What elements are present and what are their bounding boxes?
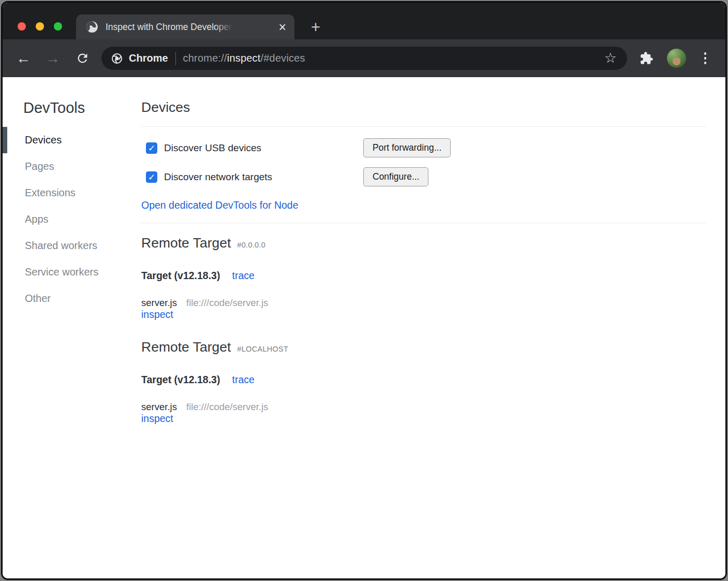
url-suffix: /#devices — [261, 52, 305, 64]
forward-button[interactable]: → — [42, 48, 63, 69]
bookmark-star-icon[interactable]: ☆ — [604, 51, 617, 65]
window-close-button[interactable] — [18, 22, 26, 31]
tab-title: Inspect with Chrome Developer — [106, 22, 232, 32]
traffic-lights — [18, 22, 62, 31]
trace-link[interactable]: trace — [232, 270, 254, 282]
sidebar-item-shared-workers[interactable]: Shared workers — [3, 233, 141, 259]
browser-toolbar: ← → Chrome — [3, 39, 725, 77]
remote-target-heading: Remote Target #0.0.0.0 — [141, 235, 706, 251]
chrome-logo-icon — [111, 52, 123, 65]
node-devtools-link[interactable]: Open dedicated DevTools for Node — [141, 199, 299, 211]
divider — [141, 223, 706, 223]
discover-network-row: ✓ Discover network targets Configure... — [141, 167, 706, 187]
browser-tab[interactable]: Inspect with Chrome Developer × — [76, 14, 294, 39]
address-bar[interactable]: Chrome chrome://inspect/#devices ☆ — [101, 47, 627, 70]
target-row: Target (v12.18.3) trace — [141, 374, 706, 386]
remote-target-title: Remote Target — [141, 235, 231, 251]
tab-strip: Inspect with Chrome Developer × + — [3, 3, 725, 39]
discover-usb-row: ✓ Discover USB devices Port forwarding..… — [141, 138, 706, 158]
browser-window-inner: Inspect with Chrome Developer × + ← → — [3, 3, 725, 578]
screen: Inspect with Chrome Developer × + ← → — [0, 0, 728, 581]
script-name: server.js — [141, 401, 177, 412]
script-url: file:///code/server.js — [186, 401, 268, 412]
url-highlight: inspect — [227, 52, 261, 64]
reload-icon — [76, 51, 90, 65]
script-row: server.js file:///code/server.js — [141, 297, 706, 309]
sidebar-item-devices[interactable]: Devices — [3, 127, 141, 153]
discover-network-label[interactable]: Discover network targets — [164, 171, 272, 183]
profile-avatar[interactable] — [667, 49, 686, 68]
sidebar-nav: Devices Pages Extensions Apps Shared wor… — [3, 127, 141, 312]
divider — [141, 126, 706, 127]
browser-window: Inspect with Chrome Developer × + ← → — [1, 1, 727, 580]
target-name: Target (v12.18.3) — [141, 270, 220, 282]
site-label: Chrome — [129, 52, 168, 64]
discover-usb-label[interactable]: Discover USB devices — [164, 142, 261, 154]
new-tab-button[interactable]: + — [307, 19, 324, 36]
sidebar-item-extensions[interactable]: Extensions — [3, 180, 141, 206]
sidebar-item-pages[interactable]: Pages — [3, 153, 141, 180]
page-title: Devices — [141, 99, 706, 115]
sidebar-item-service-workers[interactable]: Service workers — [3, 259, 141, 285]
tab-close-icon[interactable]: × — [278, 21, 286, 34]
check-icon: ✓ — [148, 173, 155, 182]
devices-panel: Devices ✓ Discover USB devices Port forw… — [141, 77, 725, 578]
url-text: chrome://inspect/#devices — [183, 52, 305, 64]
discover-network-checkbox[interactable]: ✓ — [146, 171, 157, 183]
port-forwarding-button[interactable]: Port forwarding... — [363, 138, 451, 157]
remote-target-section: Remote Target #0.0.0.0 Target (v12.18.3)… — [141, 235, 706, 321]
configure-button[interactable]: Configure... — [363, 167, 428, 186]
check-icon: ✓ — [148, 144, 155, 153]
globe-favicon-icon — [85, 20, 99, 34]
extensions-puzzle-icon[interactable] — [640, 51, 653, 65]
script-name: server.js — [141, 297, 177, 308]
discover-usb-checkbox[interactable]: ✓ — [146, 142, 157, 154]
remote-target-section: Remote Target #LOCALHOST Target (v12.18.… — [141, 339, 706, 425]
target-name: Target (v12.18.3) — [141, 374, 220, 386]
window-minimize-button[interactable] — [36, 22, 44, 31]
trace-link[interactable]: trace — [232, 374, 254, 386]
tab-title-wrap: Inspect with Chrome Developer — [106, 21, 235, 33]
remote-target-subtitle: #0.0.0.0 — [237, 241, 265, 249]
omnibox-separator — [175, 52, 176, 65]
script-row: server.js file:///code/server.js — [141, 401, 706, 413]
sidebar: DevTools Devices Pages Extensions Apps S… — [3, 77, 141, 578]
remote-target-subtitle: #LOCALHOST — [237, 345, 288, 353]
devtools-title: DevTools — [23, 99, 141, 117]
inspect-link[interactable]: inspect — [141, 413, 173, 424]
url-prefix: chrome:// — [183, 52, 227, 64]
remote-target-heading: Remote Target #LOCALHOST — [141, 339, 706, 355]
browser-menu-icon[interactable] — [700, 52, 710, 64]
reload-button[interactable] — [72, 48, 93, 69]
sidebar-item-apps[interactable]: Apps — [3, 206, 141, 233]
window-zoom-button[interactable] — [54, 22, 62, 31]
remote-target-title: Remote Target — [141, 339, 231, 355]
target-row: Target (v12.18.3) trace — [141, 270, 706, 282]
back-button[interactable]: ← — [13, 48, 34, 69]
script-url: file:///code/server.js — [186, 297, 268, 308]
sidebar-item-other[interactable]: Other — [3, 285, 141, 312]
page-content: DevTools Devices Pages Extensions Apps S… — [3, 77, 725, 578]
inspect-link[interactable]: inspect — [141, 309, 173, 320]
